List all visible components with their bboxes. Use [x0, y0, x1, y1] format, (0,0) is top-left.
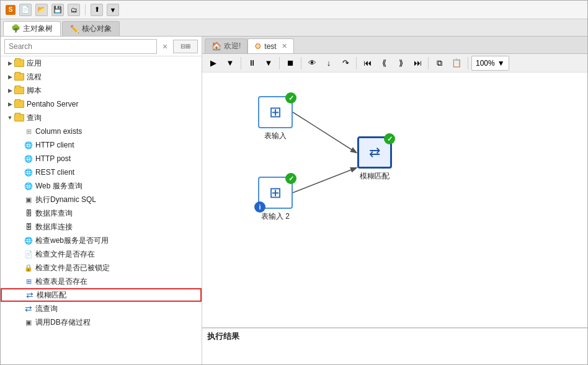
sidebar-item-db-connect[interactable]: ▶ 🗄 数据库连接 — [1, 220, 202, 234]
editor-tab-test[interactable]: ⚙ test ✕ — [247, 38, 293, 53]
sep6 — [468, 57, 468, 69]
sidebar-item-check-web[interactable]: ▶ 🌐 检查web服务是否可用 — [1, 234, 202, 247]
folder-icon-app — [14, 59, 24, 67]
sidebar-item-pentaho[interactable]: ▶ Pentaho Server — [1, 97, 202, 111]
sidebar-item-script[interactable]: ▶ 脚本 — [1, 84, 202, 97]
icon-column-exists: ⊞ — [24, 127, 33, 136]
step-over-button[interactable]: ↷ — [338, 56, 353, 71]
arrow-script: ▶ — [6, 86, 14, 95]
pause-dropdown[interactable]: ▼ — [261, 56, 276, 71]
sidebar-item-http-post[interactable]: ▶ 🌐 HTTP post — [1, 152, 202, 165]
sidebar-item-rest-client[interactable]: ▶ 🌐 REST client — [1, 165, 202, 179]
label-app: 应用 — [27, 58, 42, 69]
label-check-table: 检查表是否存在 — [35, 276, 87, 287]
check-badge-1: ✓ — [285, 92, 296, 103]
search-input[interactable] — [4, 39, 157, 54]
copy-button[interactable]: ⧉ — [432, 56, 447, 71]
play-dropdown[interactable]: ▼ — [223, 56, 238, 71]
eye-button[interactable]: 👁 — [305, 56, 319, 71]
deploy-button[interactable]: ⬆ — [91, 4, 103, 16]
sidebar-item-db-query[interactable]: ▶ 🗄 数据库查询 — [1, 206, 202, 220]
sidebar-item-check-table[interactable]: ▶ ⊞ 检查表是否存在 — [1, 275, 202, 288]
node-box-table-input-2: ⊞ ✓ i — [258, 177, 293, 209]
sidebar-item-column-exists[interactable]: ▶ ⊞ Column exists — [1, 125, 202, 138]
step-into-button[interactable]: ↓ — [321, 56, 336, 71]
save-all-button[interactable]: 🗂 — [68, 4, 80, 16]
main-tab-bar: 🌳 主对象树 ✏️ 核心对象 — [1, 19, 587, 37]
sidebar-item-query[interactable]: ▼ 查询 — [1, 111, 202, 125]
arrow-flow: ▶ — [6, 73, 14, 81]
zoom-dropdown[interactable]: 100% ▼ — [471, 56, 509, 71]
check-badge-fuzzy: ✓ — [384, 133, 395, 144]
stop-button[interactable]: ⏹ — [283, 56, 298, 71]
label-db-query: 数据库查询 — [35, 208, 73, 219]
sidebar-item-web-query[interactable]: ▶ 🌐 Web 服务查询 — [1, 179, 202, 193]
folder-icon-flow — [14, 73, 24, 81]
editor-tab-bar: 🏠 欢迎! ⚙ test ✕ — [202, 37, 587, 54]
icon-check-locked: 🔒 — [24, 263, 33, 272]
sidebar-item-check-locked[interactable]: ▶ 🔒 检查文件是否已被锁定 — [1, 261, 202, 275]
forward2-button[interactable]: ⏭ — [410, 56, 425, 71]
arrow-app: ▶ — [6, 59, 14, 68]
check-badge-2: ✓ — [285, 173, 296, 184]
icon-db-proc: ▣ — [24, 318, 33, 327]
rewind-button[interactable]: ⏮ — [360, 56, 375, 71]
arrow-query: ▼ — [6, 113, 14, 122]
toolbar-separator — [85, 4, 86, 15]
tab-main-objects[interactable]: 🌳 主对象树 — [3, 21, 61, 36]
sep5 — [428, 57, 429, 69]
pause-button[interactable]: ⏸ — [244, 56, 259, 71]
sidebar-item-db-proc[interactable]: ▶ ▣ 调用DB存储过程 — [1, 315, 202, 329]
left-panel: × ⊟⊞ ▶ 应用 ▶ 流程 — [1, 37, 202, 364]
test-icon: ⚙ — [254, 42, 262, 51]
node-table-input-2[interactable]: ⊞ ✓ i 表输入 2 — [258, 177, 293, 222]
zoom-value: 100% — [476, 59, 495, 68]
folder-icon-pentaho — [14, 100, 24, 108]
deploy-dropdown[interactable]: ▼ — [107, 4, 119, 16]
search-clear-button[interactable]: × — [159, 41, 171, 52]
tree-scroll-area: ▶ 应用 ▶ 流程 ▶ 脚本 — [1, 56, 202, 364]
sep4 — [356, 57, 357, 69]
node-fuzzy-match[interactable]: ⇄ ✓ 模糊匹配 — [357, 136, 392, 182]
icon-stream-query: ⇄ — [24, 304, 33, 313]
tab-core-objects[interactable]: ✏️ 核心对象 — [62, 21, 120, 36]
node-box-table-input-1: ⊞ ✓ — [258, 96, 293, 128]
close-test-tab-button[interactable]: ✕ — [282, 42, 287, 50]
icon-check-web: 🌐 — [24, 236, 33, 245]
label-http-client: HTTP client — [35, 141, 74, 149]
sidebar-item-fuzzy-match[interactable]: ▶ ⇄ 模糊匹配 — [1, 288, 202, 302]
paste-button[interactable]: 📋 — [448, 56, 465, 71]
new-button[interactable]: 📄 — [19, 4, 32, 16]
welcome-label: 欢迎! — [224, 41, 241, 51]
node-table-input-1[interactable]: ⊞ ✓ 表输入 — [258, 96, 293, 141]
canvas: ⊞ ✓ 表输入 ⊞ ✓ i 表输入 2 — [202, 73, 587, 327]
label-script: 脚本 — [27, 86, 42, 96]
save-button[interactable]: 💾 — [51, 4, 64, 16]
tree: ▶ 应用 ▶ 流程 ▶ 脚本 — [1, 56, 202, 364]
sidebar-item-http-client[interactable]: ▶ 🌐 HTTP client — [1, 138, 202, 152]
icon-db-connect: 🗄 — [24, 222, 33, 231]
label-web-query: Web 服务查询 — [35, 181, 82, 191]
sidebar-item-app[interactable]: ▶ 应用 — [1, 56, 202, 70]
rewind2-button[interactable]: ⟪ — [376, 56, 391, 71]
node-icon-table-input-2: ⊞ — [269, 184, 282, 201]
search-options-button[interactable]: ⊟⊞ — [173, 40, 198, 53]
sidebar-item-check-file[interactable]: ▶ 📄 检查文件是否存在 — [1, 247, 202, 261]
label-db-connect: 数据库连接 — [35, 222, 73, 232]
main-objects-icon: 🌳 — [11, 24, 20, 33]
icon-check-table: ⊞ — [24, 277, 33, 286]
label-http-post: HTTP post — [35, 154, 71, 163]
zoom-chevron: ▼ — [497, 59, 505, 68]
sidebar-item-flow[interactable]: ▶ 流程 — [1, 70, 202, 84]
sidebar-item-dynamic-sql[interactable]: ▶ ▣ 执行Dynamic SQL — [1, 193, 202, 206]
info-badge-2: i — [254, 201, 265, 213]
sidebar-item-stream-query[interactable]: ▶ ⇄ 流查询 — [1, 302, 202, 315]
open-button[interactable]: 📂 — [35, 4, 48, 16]
play-button[interactable]: ▶ — [206, 56, 221, 71]
icon-http-client: 🌐 — [24, 141, 33, 149]
label-column-exists: Column exists — [35, 127, 82, 136]
node-label-fuzzy-match: 模糊匹配 — [360, 171, 390, 182]
forward-button[interactable]: ⟫ — [393, 56, 408, 71]
main-content: × ⊟⊞ ▶ 应用 ▶ 流程 — [1, 37, 587, 364]
editor-tab-welcome[interactable]: 🏠 欢迎! — [205, 38, 247, 53]
